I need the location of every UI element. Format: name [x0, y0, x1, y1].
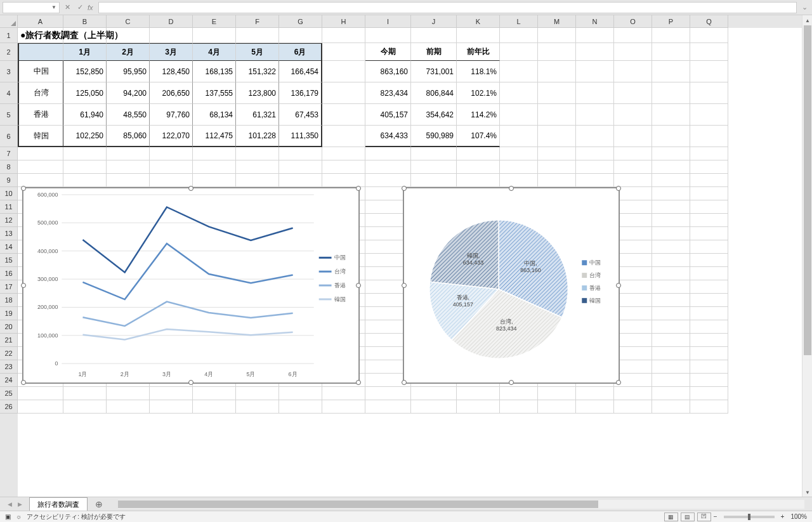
cell[interactable] — [538, 126, 576, 147]
cell[interactable]: 3月 — [150, 43, 193, 61]
cell[interactable] — [576, 104, 614, 126]
column-header[interactable]: C — [107, 15, 150, 28]
cell[interactable] — [538, 174, 576, 187]
cell[interactable] — [690, 61, 728, 82]
cell[interactable]: 823,434 — [365, 82, 411, 104]
cell[interactable] — [322, 61, 365, 82]
cell[interactable] — [690, 307, 728, 320]
cell[interactable] — [107, 387, 150, 400]
cell[interactable] — [690, 160, 728, 174]
cell[interactable] — [652, 360, 690, 374]
cell[interactable] — [652, 387, 690, 400]
cell[interactable] — [500, 28, 538, 43]
cell[interactable] — [18, 387, 63, 400]
column-header[interactable]: F — [236, 15, 279, 28]
cell[interactable]: 806,844 — [411, 82, 457, 104]
cell[interactable]: 韓国 — [18, 126, 63, 147]
cell[interactable] — [457, 387, 500, 400]
cell[interactable] — [279, 174, 322, 187]
cell[interactable] — [18, 43, 63, 61]
cell[interactable]: 102,250 — [63, 126, 107, 147]
chevron-down-icon[interactable]: ▼ — [51, 4, 56, 10]
cell[interactable] — [322, 387, 365, 400]
cell[interactable]: 48,550 — [107, 104, 150, 126]
cell[interactable] — [614, 104, 652, 126]
cell[interactable] — [236, 147, 279, 160]
row-header[interactable]: 14 — [0, 240, 18, 254]
cell[interactable]: 94,200 — [107, 82, 150, 104]
cell[interactable] — [652, 267, 690, 280]
cell[interactable] — [236, 28, 279, 43]
cell[interactable] — [365, 147, 411, 160]
cell[interactable] — [690, 28, 728, 43]
cell[interactable] — [690, 240, 728, 254]
cell[interactable] — [193, 147, 236, 160]
cell[interactable] — [365, 160, 411, 174]
cell[interactable]: ●旅行者数調査（上半期） — [18, 28, 63, 43]
cell[interactable] — [193, 387, 236, 400]
cell[interactable]: 今期 — [365, 43, 411, 61]
cell[interactable] — [614, 82, 652, 104]
cell[interactable] — [150, 400, 193, 414]
column-header[interactable]: M — [538, 15, 576, 28]
cell[interactable] — [150, 28, 193, 43]
cell[interactable]: 125,050 — [63, 82, 107, 104]
row-header[interactable]: 18 — [0, 294, 18, 307]
cell[interactable] — [614, 294, 652, 307]
cell[interactable]: 107.4% — [457, 126, 500, 147]
cell[interactable] — [500, 126, 538, 147]
cell[interactable] — [500, 43, 538, 61]
cell[interactable] — [18, 400, 63, 414]
cell[interactable] — [652, 174, 690, 187]
column-header[interactable]: Q — [690, 15, 728, 28]
fx-icon[interactable]: fx — [88, 4, 93, 11]
cell[interactable] — [576, 160, 614, 174]
cell[interactable]: 354,642 — [411, 104, 457, 126]
cell[interactable] — [63, 400, 107, 414]
cell[interactable] — [652, 320, 690, 334]
cell[interactable] — [652, 126, 690, 147]
cell[interactable] — [614, 320, 652, 334]
cell[interactable] — [500, 147, 538, 160]
cell[interactable]: 97,760 — [150, 104, 193, 126]
zoom-in-icon[interactable]: + — [781, 513, 785, 520]
cell[interactable] — [652, 160, 690, 174]
cell[interactable] — [690, 82, 728, 104]
cell[interactable] — [500, 82, 538, 104]
cell[interactable] — [365, 28, 411, 43]
cell[interactable] — [652, 280, 690, 294]
cell[interactable] — [690, 294, 728, 307]
cell[interactable] — [576, 43, 614, 61]
cell[interactable] — [652, 61, 690, 82]
cell[interactable] — [236, 174, 279, 187]
cell[interactable] — [614, 307, 652, 320]
cell[interactable] — [193, 400, 236, 414]
cell[interactable] — [500, 61, 538, 82]
cell[interactable] — [690, 187, 728, 200]
cell[interactable] — [614, 126, 652, 147]
row-header[interactable]: 9 — [0, 174, 18, 187]
horizontal-scrollbar[interactable] — [118, 500, 804, 509]
cell[interactable] — [411, 174, 457, 187]
cell[interactable]: 206,650 — [150, 82, 193, 104]
cell[interactable] — [690, 374, 728, 387]
cell[interactable] — [690, 267, 728, 280]
cell[interactable] — [279, 28, 322, 43]
cell[interactable] — [614, 360, 652, 374]
cell[interactable] — [63, 28, 107, 43]
row-header[interactable]: 15 — [0, 254, 18, 267]
cell[interactable] — [538, 43, 576, 61]
cell[interactable] — [457, 174, 500, 187]
cancel-icon[interactable]: ✕ — [62, 3, 72, 13]
cell[interactable] — [322, 43, 365, 61]
row-header[interactable]: 25 — [0, 387, 18, 400]
cell[interactable] — [457, 147, 500, 160]
cell[interactable] — [652, 347, 690, 360]
cell[interactable] — [576, 61, 614, 82]
cell[interactable] — [279, 400, 322, 414]
cell[interactable] — [365, 400, 411, 414]
cell[interactable] — [18, 147, 63, 160]
cell[interactable] — [236, 400, 279, 414]
cell[interactable] — [652, 294, 690, 307]
cell[interactable] — [322, 28, 365, 43]
